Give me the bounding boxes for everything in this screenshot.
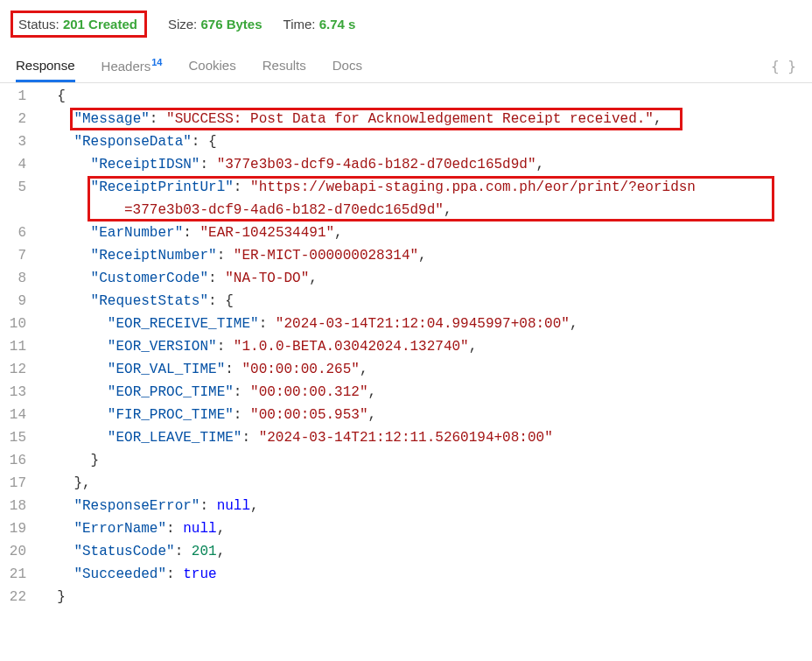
tab-headers-count: 14 [151, 57, 162, 67]
status-label: Status: [18, 17, 60, 32]
line-number: 16 [0, 449, 37, 472]
code-line: 12 "EOR_VAL_TIME": "00:00:00.265", [0, 358, 812, 381]
line-number: 18 [0, 495, 37, 517]
line-number: 8 [0, 267, 37, 290]
code-line: 7 "ReceiptNumber": "ER-MICT-000000028314… [0, 244, 812, 267]
code-line: 11 "EOR_VERSION": "1.0.0-BETA.03042024.1… [0, 335, 812, 358]
code-line: 19 "ErrorName": null, [0, 517, 812, 540]
code-line: 4 "ReceiptIDSN": "377e3b03-dcf9-4ad6-b18… [0, 153, 812, 176]
code-wrap: 1 { 2 "Message": "SUCCESS: Post Data for… [0, 83, 812, 608]
status-highlight-box: Status: 201 Created [10, 11, 147, 38]
line-number: 21 [0, 563, 37, 586]
line-number: 4 [0, 153, 37, 176]
tab-results[interactable]: Results [262, 51, 306, 81]
code-line: 16 } [0, 449, 812, 472]
code-line: 21 "Succeeded": true [0, 563, 812, 586]
size-group: Size: 676 Bytes [168, 17, 262, 32]
line-number: 15 [0, 426, 37, 449]
code-line: 6 "EarNumber": "EAR-1042534491", [0, 222, 812, 244]
code-line: 13 "EOR_PROC_TIME": "00:00:00.312", [0, 381, 812, 404]
line-number: 11 [0, 335, 37, 358]
tab-cookies[interactable]: Cookies [189, 51, 236, 81]
code-line: 1 { [0, 85, 812, 108]
code-line: 15 "EOR_LEAVE_TIME": "2024-03-14T21:12:1… [0, 426, 812, 449]
code-line: 9 "RequestStats": { [0, 290, 812, 313]
code-line: 20 "StatusCode": 201, [0, 540, 812, 563]
code-line: 2 "Message": "SUCCESS: Post Data for Ack… [0, 108, 812, 130]
time-value: 6.74 s [319, 17, 356, 32]
line-number: 2 [0, 108, 37, 130]
status-bar: Status: 201 Created Size: 676 Bytes Time… [0, 0, 812, 50]
tab-docs[interactable]: Docs [332, 51, 362, 81]
code-line: 17 }, [0, 472, 812, 495]
time-group: Time: 6.74 s [284, 17, 356, 32]
line-number: 20 [0, 540, 37, 563]
line-number: 19 [0, 517, 37, 540]
line-number: 5 [0, 176, 37, 222]
tab-response[interactable]: Response [16, 51, 75, 81]
code-line: 18 "ResponseError": null, [0, 495, 812, 517]
line-number: 6 [0, 222, 37, 244]
code-line: 3 "ResponseData": { [0, 130, 812, 153]
line-number: 22 [0, 586, 37, 608]
code-line: 14 "FIR_PROC_TIME": "00:00:05.953", [0, 404, 812, 426]
line-number: 14 [0, 404, 37, 426]
line-number: 7 [0, 244, 37, 267]
size-label: Size: [168, 17, 197, 32]
tab-headers[interactable]: Headers14 [102, 50, 163, 82]
code-line: 5 "ReceiptPrintUrl": "https://webapi-sta… [0, 176, 812, 222]
line-number: 3 [0, 130, 37, 153]
status-value: 201 Created [63, 17, 137, 32]
tabs-bar: Response Headers14 Cookies Results Docs … [0, 50, 812, 83]
line-number: 12 [0, 358, 37, 381]
braces-icon[interactable]: { } [771, 58, 796, 74]
code-line: 10 "EOR_RECEIVE_TIME": "2024-03-14T21:12… [0, 313, 812, 335]
line-number: 17 [0, 472, 37, 495]
time-label: Time: [284, 17, 316, 32]
code-line: 22 } [0, 586, 812, 608]
line-number: 1 [0, 85, 37, 108]
response-body[interactable]: 1 { 2 "Message": "SUCCESS: Post Data for… [0, 83, 812, 608]
line-number: 9 [0, 290, 37, 313]
size-value: 676 Bytes [200, 17, 262, 32]
line-number: 13 [0, 381, 37, 404]
line-number: 10 [0, 313, 37, 335]
tab-headers-label: Headers [102, 59, 151, 74]
code-line: 8 "CustomerCode": "NA-TO-DO", [0, 267, 812, 290]
